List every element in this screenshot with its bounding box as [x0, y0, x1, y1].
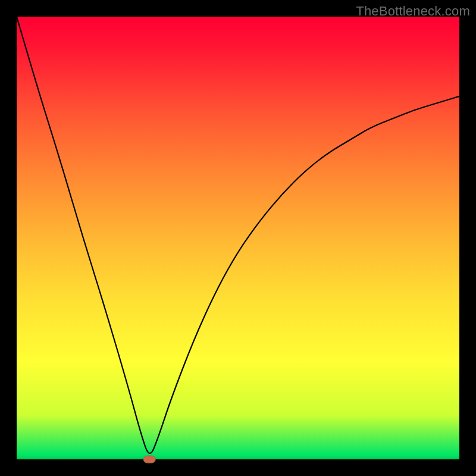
chart-frame: TheBottleneck.com: [0, 0, 476, 476]
plot-area: [17, 17, 459, 459]
bottleneck-curve: [17, 17, 459, 453]
minimum-marker-icon: [143, 456, 155, 463]
curve-layer: [17, 17, 459, 459]
